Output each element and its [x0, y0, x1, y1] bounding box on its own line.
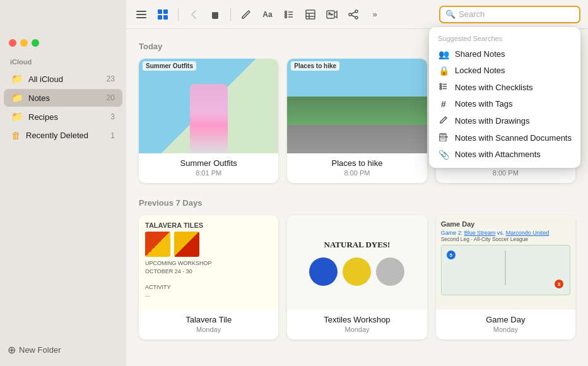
dropdown-notes-attachments[interactable]: 📎 Notes with Attachments: [429, 146, 580, 163]
svg-rect-2: [136, 17, 146, 18]
svg-rect-1: [136, 14, 146, 15]
dropdown-locked-notes[interactable]: 🔒 Locked Notes: [429, 62, 580, 79]
more-icon[interactable]: »: [367, 7, 382, 22]
checklist-icon[interactable]: [281, 7, 297, 22]
note-time: 8:00 PM: [442, 169, 569, 177]
share-icon[interactable]: [346, 7, 361, 22]
note-title: Places to hike: [293, 158, 420, 168]
delete-icon[interactable]: [208, 7, 223, 22]
list-view-icon[interactable]: [134, 7, 149, 22]
sidebar-item-count: 23: [107, 74, 115, 83]
svg-rect-4: [163, 9, 168, 14]
svg-line-22: [351, 12, 355, 14]
sidebar-item-label: Notes: [28, 93, 102, 103]
folder-icon: 📁: [11, 73, 23, 85]
svg-point-24: [440, 83, 442, 85]
note-title: Textiles Workshop: [293, 315, 420, 324]
sidebar-item-label: All iCloud: [28, 74, 102, 84]
main-content: Aa » 🔍 Suggested Searches 👥: [126, 0, 588, 366]
media-icon[interactable]: [324, 7, 339, 22]
traffic-lights: [0, 32, 126, 52]
separator: [178, 8, 179, 21]
separator: [230, 8, 231, 21]
plus-icon: ⊕: [8, 344, 16, 356]
shared-icon: 👥: [438, 49, 449, 59]
svg-rect-5: [158, 15, 162, 20]
svg-point-26: [440, 88, 442, 90]
note-info: Game Day Monday: [436, 310, 575, 339]
dropdown-item-label: Locked Notes: [455, 66, 505, 75]
new-folder-label: New Folder: [19, 345, 61, 355]
note-card-places-hike[interactable]: Places to hike Places to hike 8:00 PM: [287, 59, 426, 183]
note-info: Places to hike 8:00 PM: [287, 153, 426, 183]
note-time: Monday: [293, 326, 420, 333]
back-icon[interactable]: [186, 7, 201, 22]
sidebar-item-count: 3: [110, 112, 115, 121]
minimize-button[interactable]: [20, 39, 28, 47]
dropdown-item-label: Notes with Checklists: [455, 83, 533, 92]
note-info: Summer Outfits 8:01 PM: [139, 153, 278, 183]
note-card-textiles[interactable]: NATURAL DYES! Textiles Workshop Monday: [287, 215, 426, 339]
dropdown-item-label: Shared Notes: [455, 49, 505, 59]
note-time: Monday: [145, 326, 272, 333]
search-icon: 🔍: [445, 9, 456, 19]
svg-point-7: [285, 11, 287, 13]
compose-icon[interactable]: [238, 7, 254, 22]
note-title: Summer Outfits: [145, 158, 272, 168]
grid-view-icon[interactable]: [155, 7, 170, 22]
prev7days-section-title: Previous 7 Days: [139, 198, 575, 208]
svg-rect-13: [306, 10, 315, 19]
dropdown-notes-drawings[interactable]: Notes with Drawings: [429, 112, 580, 129]
note-time: 8:00 PM: [293, 169, 420, 177]
svg-line-23: [351, 15, 355, 17]
dropdown-shared-notes[interactable]: 👥 Shared Notes: [429, 46, 580, 62]
drawing-icon: [438, 115, 449, 126]
dropdown-item-label: Notes with Tags: [455, 99, 513, 109]
dropdown-notes-checklists[interactable]: Notes with Checklists: [429, 79, 580, 96]
toolbar: Aa » 🔍 Suggested Searches 👥: [126, 0, 588, 29]
lock-icon: 🔒: [438, 66, 449, 76]
note-image-summer: Summer Outfits: [139, 59, 278, 153]
attachment-icon: 📎: [438, 150, 449, 160]
dropdown-item-label: Notes with Scanned Documents: [455, 133, 572, 143]
sidebar-item-notes[interactable]: 📁 Notes 20: [4, 89, 122, 107]
sidebar-bottom: ⊕ New Folder: [0, 338, 126, 366]
svg-point-8: [285, 13, 287, 15]
scan-icon: [438, 133, 449, 143]
note-time: Monday: [442, 326, 569, 333]
svg-rect-0: [136, 11, 146, 12]
svg-point-21: [355, 16, 358, 19]
svg-point-19: [349, 13, 351, 16]
table-icon[interactable]: [303, 7, 318, 22]
dropdown-notes-tags[interactable]: # Notes with Tags: [429, 96, 580, 112]
note-image-textiles: NATURAL DYES!: [287, 215, 426, 310]
dropdown-notes-scanned[interactable]: Notes with Scanned Documents: [429, 129, 580, 146]
note-card-summer-outfits[interactable]: Summer Outfits Summer Outfits 8:01 PM: [139, 59, 278, 183]
tag-icon: #: [438, 99, 449, 109]
svg-rect-3: [158, 9, 162, 14]
note-card-gameday[interactable]: Game Day Game 2: Blue Stream vs. Marcond…: [436, 215, 575, 339]
dropdown-item-label: Notes with Attachments: [455, 150, 541, 159]
search-input[interactable]: [459, 9, 574, 19]
note-title: Talavera Tile: [145, 315, 272, 324]
svg-point-18: [329, 13, 330, 14]
note-preview-gameday: Game Day Game 2: Blue Stream vs. Marcond…: [436, 215, 575, 310]
close-button[interactable]: [9, 39, 16, 47]
svg-point-9: [285, 16, 287, 18]
search-box: 🔍: [439, 6, 580, 23]
icloud-section-title: iCloud: [0, 52, 126, 69]
search-dropdown: Suggested Searches 👥 Shared Notes 🔒 Lock…: [429, 27, 580, 168]
note-preview-talavera: TALAVERA TILES UPCOMING WORKSHOPOCTOBER …: [139, 215, 278, 310]
svg-point-25: [440, 85, 442, 87]
sidebar: iCloud 📁 All iCloud 23 📁 Notes 20 📁 Reci…: [0, 0, 126, 366]
note-info: Textiles Workshop Monday: [287, 310, 426, 339]
note-card-talavera[interactable]: TALAVERA TILES UPCOMING WORKSHOPOCTOBER …: [139, 215, 278, 339]
font-icon[interactable]: Aa: [260, 7, 275, 22]
fullscreen-button[interactable]: [32, 39, 39, 47]
sidebar-item-recently-deleted[interactable]: 🗑 Recently Deleted 1: [4, 127, 122, 144]
sidebar-item-recipes[interactable]: 📁 Recipes 3: [4, 108, 122, 126]
new-folder-button[interactable]: ⊕ New Folder: [8, 344, 61, 356]
sidebar-item-all-icloud[interactable]: 📁 All iCloud 23: [4, 70, 122, 88]
checklist-icon: [438, 82, 449, 93]
sidebar-item-count: 20: [107, 93, 115, 102]
